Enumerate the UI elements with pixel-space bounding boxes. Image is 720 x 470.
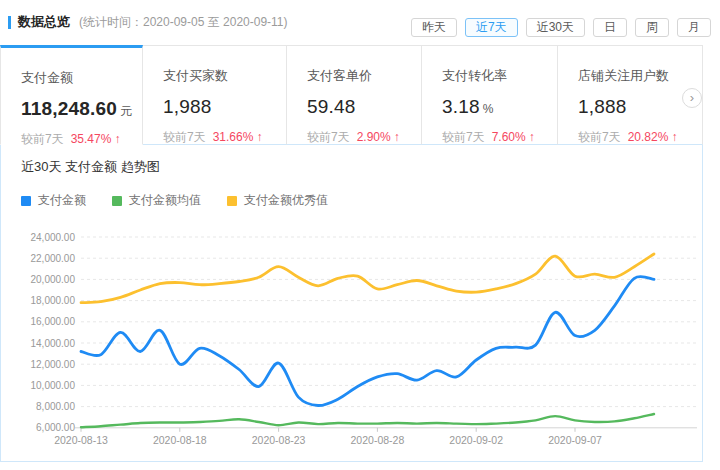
y-axis-label: 6,000.00 (36, 422, 75, 433)
y-axis-label: 20,000.00 (31, 274, 76, 285)
up-arrow-icon: ↑ (529, 130, 535, 144)
compare-label: 较前7天 (21, 132, 64, 146)
x-axis-label: 2020-08-23 (252, 434, 306, 446)
compare-change: 2.90% (357, 130, 391, 144)
x-axis-label: 2020-09-07 (548, 434, 602, 446)
compare-label: 较前7天 (163, 130, 206, 144)
compare-change: 7.60% (492, 130, 526, 144)
x-axis-label: 2020-09-02 (449, 434, 503, 446)
stat-compare-row: 较前7天7.60%↑ (442, 129, 557, 146)
x-axis-label: 2020-08-18 (153, 434, 207, 446)
stat-tab-row: 支付金额118,248.60元较前7天35.47%↑支付买家数1,988较前7天… (0, 45, 703, 145)
stat-label: 支付金额 (21, 69, 142, 87)
legend-label: 支付金额均值 (129, 192, 201, 209)
compare-label: 较前7天 (307, 130, 350, 144)
page-header: 数据总览 (统计时间：2020-09-05 至 2020-09-11) 昨天近7… (0, 0, 720, 45)
trend-panel: 近30天 支付金额 趋势图 支付金额支付金额均值支付金额优秀值 24,000.0… (0, 145, 703, 462)
legend-swatch (21, 196, 31, 206)
stat-compare-row: 较前7天20.82%↑ (578, 129, 702, 146)
legend-item-payment-excellent[interactable]: 支付金额优秀值 (227, 192, 328, 209)
range-button-week[interactable]: 周 (635, 18, 669, 37)
up-arrow-icon: ↑ (394, 130, 400, 144)
chart-legend: 支付金额支付金额均值支付金额优秀值 (21, 192, 328, 209)
legend-swatch (227, 196, 237, 206)
legend-label: 支付金额优秀值 (244, 192, 328, 209)
chart-title: 近30天 支付金额 趋势图 (21, 158, 160, 176)
stat-compare-row: 较前7天31.66%↑ (163, 129, 286, 146)
range-button-day[interactable]: 日 (593, 18, 627, 37)
series-line-1 (81, 414, 654, 427)
stat-time-range: (统计时间：2020-09-05 至 2020-09-11) (79, 14, 288, 31)
y-axis-label: 14,000.00 (31, 338, 76, 349)
compare-change: 35.47% (71, 132, 112, 146)
compare-change: 31.66% (213, 130, 254, 144)
x-axis-label: 2020-08-13 (54, 434, 108, 446)
legend-item-payment-amount[interactable]: 支付金额 (21, 192, 86, 209)
stat-value: 1,988 (163, 96, 212, 117)
page-title: 数据总览 (18, 13, 70, 31)
range-button-last7days[interactable]: 近7天 (465, 18, 518, 37)
stat-tab-price-per-customer[interactable]: 支付客单价59.48较前7天2.90%↑ (287, 45, 422, 145)
title-group: 数据总览 (统计时间：2020-09-05 至 2020-09-11) (8, 13, 288, 31)
stat-value: 118,248.60 (21, 98, 117, 119)
y-axis-label: 22,000.00 (31, 253, 76, 264)
series-line-2 (81, 254, 654, 303)
stat-unit: % (483, 102, 494, 116)
legend-label: 支付金额 (38, 192, 86, 209)
trend-chart-svg: 24,000.0022,000.0020,000.0018,000.0016,0… (7, 217, 699, 457)
x-axis-label: 2020-08-28 (351, 434, 405, 446)
next-cards-button[interactable]: › (682, 88, 702, 108)
compare-label: 较前7天 (578, 130, 621, 144)
stat-value-row: 118,248.60元 (21, 98, 142, 120)
title-accent-bar (8, 16, 11, 29)
legend-item-payment-average[interactable]: 支付金额均值 (112, 192, 201, 209)
range-button-yesterday[interactable]: 昨天 (411, 18, 457, 37)
stat-compare-row: 较前7天2.90%↑ (307, 129, 421, 146)
y-axis-label: 8,000.00 (36, 401, 75, 412)
stat-value-row: 59.48 (307, 96, 421, 118)
range-button-month[interactable]: 月 (677, 18, 711, 37)
up-arrow-icon: ↑ (256, 130, 262, 144)
range-button-last30days[interactable]: 近30天 (526, 18, 585, 37)
stat-unit: 元 (120, 104, 132, 118)
stat-value: 3.18 (442, 96, 480, 117)
stat-value-row: 1,988 (163, 96, 286, 118)
stat-label: 支付买家数 (163, 67, 286, 85)
series-line-0 (81, 277, 654, 406)
stat-value-row: 3.18% (442, 96, 557, 118)
y-axis-label: 24,000.00 (31, 232, 76, 243)
y-axis-label: 16,000.00 (31, 316, 76, 327)
stat-label: 支付转化率 (442, 67, 557, 85)
stat-label: 店铺关注用户数 (578, 67, 702, 85)
stat-tab-payment-amount[interactable]: 支付金额118,248.60元较前7天35.47%↑ (0, 45, 143, 145)
stat-value: 1,888 (578, 96, 627, 117)
stat-value: 59.48 (307, 96, 356, 117)
y-axis-label: 18,000.00 (31, 295, 76, 306)
stat-label: 支付客单价 (307, 67, 421, 85)
stat-tab-payment-buyers[interactable]: 支付买家数1,988较前7天31.66%↑ (143, 45, 287, 145)
compare-change: 20.82% (628, 130, 669, 144)
y-axis-label: 10,000.00 (31, 380, 76, 391)
y-axis-label: 12,000.00 (31, 359, 76, 370)
legend-swatch (112, 196, 122, 206)
up-arrow-icon: ↑ (114, 132, 120, 146)
up-arrow-icon: ↑ (671, 130, 677, 144)
date-range-button-group: 昨天近7天近30天日周月 (411, 18, 711, 37)
stat-tab-conversion-rate[interactable]: 支付转化率3.18%较前7天7.60%↑ (422, 45, 558, 145)
trend-chart[interactable]: 24,000.0022,000.0020,000.0018,000.0016,0… (7, 217, 699, 457)
compare-label: 较前7天 (442, 130, 485, 144)
